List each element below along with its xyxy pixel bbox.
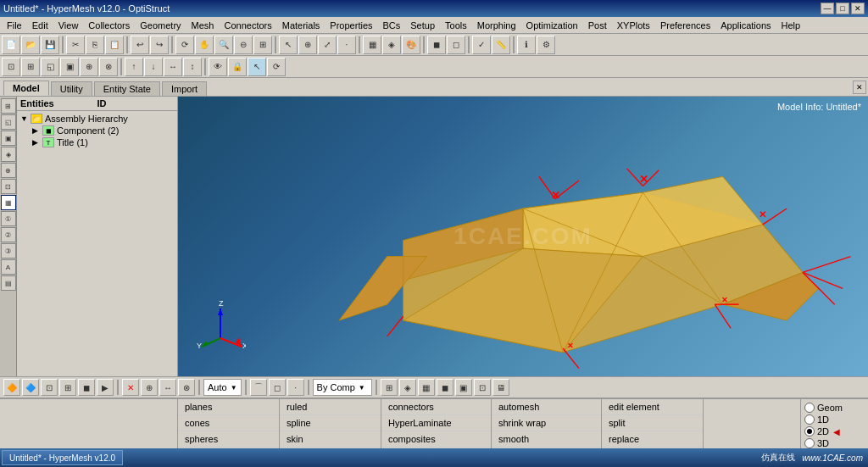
grid-cell-smooth[interactable]: smooth <box>492 431 601 448</box>
tree-assembly[interactable]: ▼ 📁 Assembly Hierarchy <box>19 113 175 125</box>
side-icon-6[interactable]: ⊡ <box>1 179 16 194</box>
tb2-13[interactable]: ⟳ <box>267 58 286 76</box>
menu-view[interactable]: View <box>53 19 84 32</box>
tb-shaded[interactable]: ◼ <box>427 36 446 54</box>
side-icon-5[interactable]: ⊕ <box>1 163 16 178</box>
side-icon-3[interactable]: ▣ <box>1 131 16 146</box>
tb2-8[interactable]: ↓ <box>144 58 163 76</box>
tb-undo[interactable]: ↩ <box>131 36 149 54</box>
tb2-pointer[interactable]: ↖ <box>248 58 266 76</box>
menu-file[interactable]: File <box>2 19 27 32</box>
tb-check[interactable]: ✓ <box>472 36 491 54</box>
tb-rotate[interactable]: ⟳ <box>175 36 194 54</box>
side-icon-10[interactable]: ③ <box>1 243 16 259</box>
tb-node[interactable]: · <box>337 36 356 54</box>
side-icon-4[interactable]: ◈ <box>1 147 16 162</box>
tb2-2[interactable]: ⊞ <box>21 58 40 76</box>
tb-open[interactable]: 📂 <box>21 36 40 54</box>
tab-model[interactable]: Model <box>3 81 49 96</box>
bt-btn-12[interactable]: ▦ <box>418 379 435 396</box>
bt-btn-14[interactable]: ▣ <box>455 379 472 396</box>
grid-cell-split[interactable]: split <box>602 415 703 431</box>
tb-info[interactable]: ℹ <box>517 36 536 54</box>
bt-btn-1[interactable]: 🔶 <box>3 379 20 396</box>
menu-geometry[interactable]: Geometry <box>135 19 186 32</box>
tb-pan[interactable]: ✋ <box>195 36 214 54</box>
minimize-button[interactable]: — <box>821 3 834 14</box>
tab-close-button[interactable]: ✕ <box>853 81 866 94</box>
bt-btn-curve[interactable]: ⌒ <box>250 379 267 396</box>
grid-cell-hyperlaminate[interactable]: HyperLaminate <box>381 415 491 431</box>
bt-btn-6[interactable]: ▶ <box>97 379 114 396</box>
close-button[interactable]: ✕ <box>851 3 865 14</box>
tb2-7[interactable]: ↑ <box>125 58 143 76</box>
tb2-3[interactable]: ◱ <box>41 58 59 76</box>
tb-pick[interactable]: ⊕ <box>298 36 317 54</box>
bycomp-dropdown[interactable]: By Comp ▼ <box>313 379 372 396</box>
grid-cell-ruled[interactable]: ruled <box>280 399 381 415</box>
tb-paste[interactable]: 📋 <box>105 36 124 54</box>
menu-properties[interactable]: Properties <box>325 19 377 32</box>
side-icon-8[interactable]: ① <box>1 211 16 226</box>
side-icon-1[interactable]: ⊞ <box>1 98 16 114</box>
tb2-6[interactable]: ⊗ <box>99 58 118 76</box>
tb-settings[interactable]: ⚙ <box>537 36 555 54</box>
menu-applications[interactable]: Applications <box>715 19 776 32</box>
auto-dropdown[interactable]: Auto ▼ <box>203 379 242 396</box>
tb-move[interactable]: ⤢ <box>318 36 337 54</box>
tb-copy[interactable]: ⎘ <box>86 36 104 54</box>
tb-save[interactable]: 💾 <box>41 36 59 54</box>
bt-btn-13[interactable]: ◼ <box>437 379 453 396</box>
grid-cell-spheres[interactable]: spheres <box>178 431 279 448</box>
menu-connectors[interactable]: Connectors <box>219 19 276 32</box>
bt-btn-9[interactable]: ⊗ <box>178 379 195 396</box>
menu-setup[interactable]: Setup <box>405 19 440 32</box>
grid-cell-editelement[interactable]: edit element <box>602 399 703 415</box>
menu-post[interactable]: Post <box>583 19 612 32</box>
tb2-11[interactable]: 👁 <box>209 58 227 76</box>
radio-3d[interactable]: 3D <box>804 438 829 448</box>
grid-cell-shrinkwrap[interactable]: shrink wrap <box>492 415 601 431</box>
tree-title[interactable]: ▶ T Title (1) <box>19 136 175 148</box>
tb-redo[interactable]: ↪ <box>150 36 169 54</box>
bt-btn-del[interactable]: ✕ <box>122 379 139 396</box>
tb-zoom-in[interactable]: 🔍 <box>214 36 233 54</box>
side-icon-7[interactable]: ▦ <box>1 195 16 210</box>
grid-cell-composites[interactable]: composites <box>381 431 491 448</box>
grid-cell-connectors[interactable]: connectors <box>381 399 491 415</box>
tb-color[interactable]: 🎨 <box>402 36 420 54</box>
tb2-12[interactable]: 🔒 <box>228 58 247 76</box>
tb2-1[interactable]: ⊡ <box>2 58 20 76</box>
tb-cut[interactable]: ✂ <box>66 36 85 54</box>
side-icon-2[interactable]: ◱ <box>1 114 16 130</box>
bt-btn-2[interactable]: 🔷 <box>22 379 39 396</box>
tb-fit[interactable]: ⊞ <box>253 36 272 54</box>
menu-materials[interactable]: Materials <box>277 19 326 32</box>
maximize-button[interactable]: □ <box>836 3 849 14</box>
side-icon-9[interactable]: ② <box>1 227 16 242</box>
radio-2d[interactable]: 2D ◀ <box>804 426 840 436</box>
menu-mesh[interactable]: Mesh <box>186 19 220 32</box>
tb-select[interactable]: ↖ <box>279 36 298 54</box>
tab-utility[interactable]: Utility <box>51 81 92 96</box>
tab-entity-state[interactable]: Entity State <box>94 81 160 96</box>
bt-btn-3[interactable]: ⊡ <box>41 379 58 396</box>
grid-cell-cones[interactable]: cones <box>178 415 279 431</box>
bt-btn-16[interactable]: 🖥 <box>492 379 509 396</box>
grid-cell-replace[interactable]: replace <box>602 431 703 448</box>
radio-1d[interactable]: 1D <box>804 414 829 425</box>
bt-btn-node[interactable]: · <box>287 379 304 396</box>
bt-btn-5[interactable]: ◼ <box>78 379 95 396</box>
tb2-9[interactable]: ↔ <box>164 58 182 76</box>
tb2-4[interactable]: ▣ <box>60 58 79 76</box>
grid-cell-automesh[interactable]: automesh <box>492 399 601 415</box>
tb-display[interactable]: ◈ <box>382 36 401 54</box>
tb-zoom-out[interactable]: ⊖ <box>234 36 253 54</box>
tab-import[interactable]: Import <box>162 81 207 96</box>
tb-new[interactable]: 📄 <box>2 36 20 54</box>
tb2-10[interactable]: ↕ <box>183 58 202 76</box>
tb-measure[interactable]: 📏 <box>492 36 510 54</box>
bt-btn-10[interactable]: ⊞ <box>381 379 398 396</box>
menu-collectors[interactable]: Collectors <box>83 19 135 32</box>
grid-cell-skin[interactable]: skin <box>280 431 381 448</box>
